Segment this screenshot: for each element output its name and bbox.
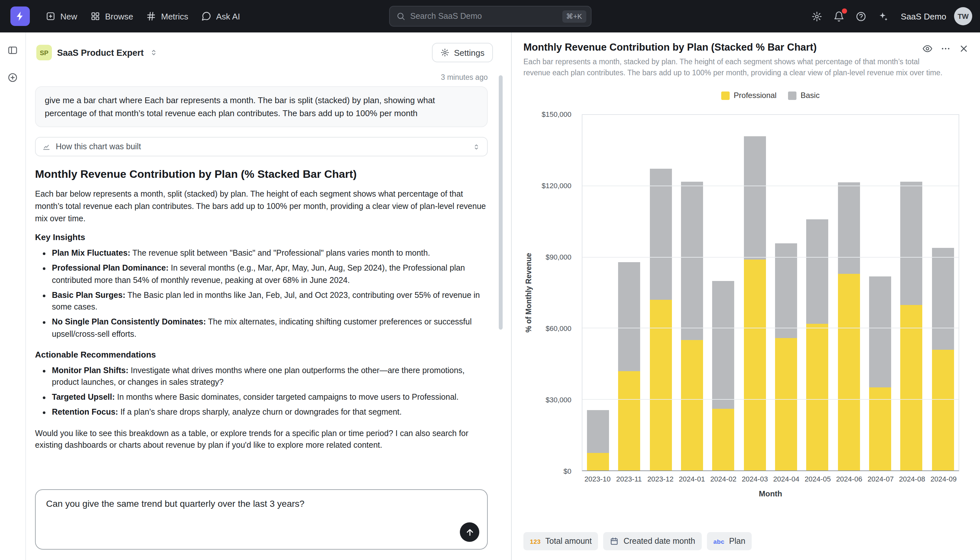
x-axis-tick-label: 2024-09 <box>928 475 959 483</box>
help-button[interactable] <box>852 7 871 26</box>
bar-segment-professional[interactable] <box>650 300 672 471</box>
chart-legend: ProfessionalBasic <box>582 91 959 100</box>
app-root: New Browse Metrics Ask AI ⌘+K <box>0 0 980 560</box>
bar-segment-professional[interactable] <box>807 324 829 471</box>
ask-ai-button[interactable]: Ask AI <box>195 7 247 26</box>
bar-segment-basic[interactable] <box>681 182 703 340</box>
field-tag-plan[interactable]: abcPlan <box>707 532 752 550</box>
x-axis-tick-label: 2024-08 <box>896 475 928 483</box>
y-axis-tick-label: $150,000 <box>541 111 571 118</box>
recommendation-item: Monitor Plan Shifts: Investigate what dr… <box>52 364 488 389</box>
legend-item-professional[interactable]: Professional <box>721 91 777 100</box>
bar-segment-basic[interactable] <box>807 219 829 323</box>
bar-segment-basic[interactable] <box>744 136 766 260</box>
bar-segment-professional[interactable] <box>900 305 923 470</box>
calendar-icon <box>610 537 619 546</box>
chart-panel-actions <box>919 40 972 57</box>
bar-segment-basic[interactable] <box>713 281 734 409</box>
legend-swatch <box>788 92 797 100</box>
bar-segment-professional[interactable] <box>681 340 703 471</box>
app-logo[interactable] <box>10 7 30 26</box>
notification-dot <box>842 8 847 13</box>
message-list: 3 minutes ago give me a bar chart where … <box>26 68 511 484</box>
numeric-field-icon: 123 <box>530 537 541 546</box>
chevron-selector-icon <box>472 142 481 151</box>
bar-segment-basic[interactable] <box>932 248 954 350</box>
new-button[interactable]: New <box>39 7 84 26</box>
bar-segment-professional[interactable] <box>869 388 891 471</box>
arrow-up-icon <box>465 527 474 537</box>
y-axis-tick-label: $90,000 <box>545 253 571 261</box>
bar-segment-professional[interactable] <box>838 274 860 470</box>
settings-button[interactable]: Settings <box>432 43 493 62</box>
user-message-bubble: give me a bar chart where Each bar repre… <box>35 86 488 127</box>
bar-segment-basic[interactable] <box>587 410 609 453</box>
bar-segment-basic[interactable] <box>618 262 641 371</box>
bar-segment-professional[interactable] <box>744 260 766 470</box>
plus-square-icon <box>45 11 56 22</box>
recommendation-item: Targeted Upsell: In months where Basic d… <box>52 391 488 403</box>
bar-segment-basic[interactable] <box>869 277 891 388</box>
settings-button-label: Settings <box>454 48 485 57</box>
response-closing: Would you like to see this breakdown as … <box>35 427 488 452</box>
agent-selector[interactable]: SP SaaS Product Expert <box>32 42 163 63</box>
chart-region: % of Monthly Revenue $0$30,000$60,000$90… <box>523 115 968 499</box>
bar-2023-10 <box>582 410 614 470</box>
bar-segment-basic[interactable] <box>900 182 923 305</box>
bar-segment-professional[interactable] <box>932 350 954 471</box>
legend-item-basic[interactable]: Basic <box>788 91 820 100</box>
new-thread-button[interactable] <box>3 67 22 87</box>
x-axis-tick-label: 2024-03 <box>739 475 771 483</box>
insights-list: Plan Mix Fluctuates: The revenue split b… <box>35 248 488 341</box>
x-axis-title: Month <box>582 490 959 499</box>
hash-icon <box>146 11 157 22</box>
send-button[interactable] <box>460 522 479 542</box>
ai-sparkles-button[interactable] <box>874 7 893 26</box>
bar-segment-professional[interactable] <box>618 371 641 471</box>
browse-button-label: Browse <box>105 12 133 21</box>
bar-segment-professional[interactable] <box>775 338 797 471</box>
chat-input[interactable]: Can you give the same trend but quarterl… <box>36 490 487 549</box>
org-name[interactable]: SaaS Demo <box>901 12 946 21</box>
help-icon <box>856 11 867 22</box>
gridline <box>582 257 958 257</box>
notifications-button[interactable] <box>829 7 849 26</box>
bar-segment-basic[interactable] <box>838 183 860 274</box>
search-input[interactable] <box>410 12 557 21</box>
nav-right-cluster: SaaS Demo TW <box>807 7 972 26</box>
bar-2024-02 <box>708 281 739 471</box>
field-tag-total-amount[interactable]: 123Total amount <box>523 532 598 550</box>
close-icon <box>958 43 969 54</box>
browse-button[interactable]: Browse <box>84 7 140 26</box>
bar-2024-03 <box>739 136 771 470</box>
settings-nav-button[interactable] <box>807 7 827 26</box>
chat-scrollbar[interactable] <box>499 75 503 330</box>
y-axis-tick-label: $0 <box>564 468 572 475</box>
x-axis-tick-label: 2024-05 <box>802 475 834 483</box>
x-axis-tick-label: 2023-12 <box>644 475 676 483</box>
user-avatar[interactable]: TW <box>954 7 972 25</box>
bar-segment-basic[interactable] <box>775 243 797 338</box>
close-panel-button[interactable] <box>955 40 972 57</box>
panel-toggle-button[interactable] <box>3 40 22 60</box>
metrics-button-label: Metrics <box>161 12 188 21</box>
gear-icon <box>812 11 823 22</box>
bars-container <box>582 115 958 471</box>
metrics-button[interactable]: Metrics <box>140 7 195 26</box>
chart-panel-header: Monthly Revenue Contribution by Plan (St… <box>523 42 968 78</box>
response-intro: Each bar below represents a month, split… <box>35 188 488 225</box>
chart-title: Monthly Revenue Contribution by Plan (St… <box>523 42 968 53</box>
y-axis: $0$30,000$60,000$90,000$120,000$150,000 <box>523 115 576 472</box>
more-menu-button[interactable] <box>937 40 954 57</box>
agent-avatar: SP <box>37 45 52 60</box>
field-tag-created-date-month[interactable]: Created date month <box>603 532 702 550</box>
chat-input-container: Can you give the same trend but quarterl… <box>35 489 488 550</box>
preview-button[interactable] <box>919 40 936 57</box>
assistant-response: Monthly Revenue Contribution by Plan (% … <box>35 168 488 452</box>
bar-segment-professional[interactable] <box>587 453 609 471</box>
how-built-toggle[interactable]: How this chart was built <box>35 137 488 157</box>
x-axis-tick-label: 2024-04 <box>771 475 802 483</box>
bar-segment-basic[interactable] <box>650 168 672 300</box>
bar-segment-professional[interactable] <box>713 409 734 471</box>
global-search-bar[interactable]: ⌘+K <box>389 6 591 27</box>
